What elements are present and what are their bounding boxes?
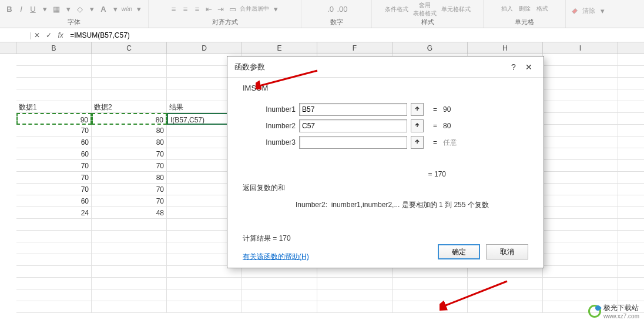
cell[interactable]: 70 bbox=[16, 184, 92, 195]
arg3-label: Inumber3 bbox=[252, 138, 296, 146]
dropdown-icon[interactable]: ▾ bbox=[110, 4, 120, 14]
format-button[interactable]: 格式 bbox=[536, 5, 548, 13]
name-box[interactable] bbox=[0, 28, 29, 42]
arg1-input[interactable] bbox=[299, 103, 407, 116]
cell-styles-button[interactable]: 单元格样式 bbox=[441, 5, 471, 14]
fx-icon[interactable]: fx bbox=[55, 28, 66, 42]
arg2-label: Inumber2 bbox=[252, 122, 296, 130]
help-icon[interactable]: ? bbox=[506, 59, 521, 75]
ribbon-group-editing: 清除 ▾ bbox=[566, 0, 612, 28]
function-arguments-dialog: 函数参数 ? ✕ IMSUM Inumber1 = 90 Inumber2 = … bbox=[227, 56, 544, 268]
col-header[interactable]: J bbox=[618, 42, 644, 54]
dialog-titlebar[interactable]: 函数参数 ? ✕ bbox=[227, 56, 544, 78]
underline-icon[interactable]: U bbox=[28, 4, 38, 14]
bold-icon[interactable]: B bbox=[5, 4, 14, 14]
cancel-button[interactable]: 取消 bbox=[486, 244, 528, 259]
ribbon-group-number: .0 .00 数字 bbox=[301, 0, 372, 28]
cell[interactable]: 70 bbox=[92, 195, 167, 207]
col-header[interactable]: D bbox=[167, 42, 242, 54]
arg3-result: 任意 bbox=[443, 138, 457, 148]
cell[interactable]: 70 bbox=[92, 148, 167, 160]
watermark: 极光下载站 www.xz7.com bbox=[588, 303, 639, 319]
col-header[interactable]: I bbox=[543, 42, 618, 54]
formula-input[interactable] bbox=[66, 28, 639, 42]
watermark-text1: 极光下载站 bbox=[603, 303, 639, 313]
cell[interactable]: 60 bbox=[16, 195, 92, 207]
function-description: 返回复数的和 bbox=[243, 183, 528, 193]
equals-label: = bbox=[433, 138, 437, 146]
close-icon[interactable]: ✕ bbox=[521, 59, 536, 75]
col-header[interactable]: E bbox=[242, 42, 317, 54]
collapse-dialog-icon[interactable] bbox=[411, 119, 424, 132]
dropdown-icon[interactable]: ▾ bbox=[40, 4, 49, 14]
indent-increase-icon[interactable]: ⇥ bbox=[216, 4, 226, 14]
conditional-formatting-button[interactable]: 条件格式 bbox=[385, 5, 408, 14]
fill-color-icon[interactable]: ◇ bbox=[75, 4, 85, 14]
select-all-corner[interactable] bbox=[0, 42, 16, 54]
col-header[interactable]: G bbox=[393, 42, 468, 54]
col-header[interactable]: F bbox=[317, 42, 393, 54]
align-right-icon[interactable]: ≡ bbox=[193, 4, 202, 14]
clear-button[interactable]: 清除 bbox=[582, 6, 595, 15]
calculation-result: 计算结果 = 170 bbox=[243, 234, 528, 244]
function-help-link[interactable]: 有关该函数的帮助(H) bbox=[243, 252, 309, 261]
cell[interactable]: 70 bbox=[16, 125, 92, 136]
delete-button[interactable]: 删除 bbox=[519, 5, 531, 13]
ribbon-label-font: 字体 bbox=[68, 18, 80, 28]
cell[interactable]: 60 bbox=[16, 136, 92, 148]
collapse-dialog-icon[interactable] bbox=[411, 136, 424, 149]
cell[interactable]: 80 bbox=[92, 125, 167, 136]
eraser-icon[interactable] bbox=[571, 6, 580, 15]
increase-decimal-icon[interactable]: .00 bbox=[338, 4, 347, 14]
dropdown-icon[interactable]: ▾ bbox=[63, 4, 73, 14]
cell[interactable]: 48 bbox=[92, 207, 167, 219]
cell[interactable]: 80 bbox=[92, 113, 167, 125]
border-icon[interactable]: ▦ bbox=[52, 4, 61, 14]
collapse-dialog-icon[interactable] bbox=[411, 103, 424, 116]
cell[interactable]: 80 bbox=[92, 172, 167, 184]
merge-icon[interactable]: ▭ bbox=[228, 4, 237, 14]
cell[interactable]: 80 bbox=[92, 136, 167, 148]
cell[interactable]: 90 bbox=[16, 113, 92, 125]
font-color-icon[interactable]: A bbox=[99, 4, 108, 14]
decrease-decimal-icon[interactable]: .0 bbox=[326, 4, 336, 14]
cell-header[interactable]: 数据1 bbox=[16, 101, 92, 113]
align-left-icon[interactable]: ≡ bbox=[169, 4, 179, 14]
watermark-text2: www.xz7.com bbox=[603, 313, 639, 319]
ribbon-label-styles: 样式 bbox=[421, 18, 434, 28]
col-header[interactable]: C bbox=[92, 42, 167, 54]
dialog-title: 函数参数 bbox=[234, 62, 506, 72]
dropdown-icon[interactable]: ▾ bbox=[598, 6, 607, 15]
italic-icon[interactable]: I bbox=[16, 4, 26, 14]
ribbon: B I U ▾ ▦ ▾ ◇ ▾ A ▾ wén ▾ 字体 ≡ ≡ ≡ ⇤ ⇥ ▭… bbox=[0, 0, 644, 28]
merge-cells-button[interactable]: 合并后居中 bbox=[240, 5, 269, 13]
arg3-input[interactable] bbox=[299, 136, 407, 149]
cell[interactable]: 70 bbox=[92, 160, 167, 172]
dropdown-icon[interactable]: ▾ bbox=[87, 4, 96, 14]
arg1-result: 90 bbox=[443, 105, 451, 114]
accept-formula-icon[interactable]: ✓ bbox=[43, 28, 55, 42]
dropdown-icon[interactable]: ▾ bbox=[134, 4, 143, 14]
ribbon-group-styles: 条件格式 套用 表格格式 单元格样式 样式 bbox=[372, 0, 484, 28]
cancel-formula-icon[interactable]: ✕ bbox=[31, 28, 43, 42]
align-center-icon[interactable]: ≡ bbox=[181, 4, 190, 14]
insert-button[interactable]: 插入 bbox=[501, 5, 513, 13]
ribbon-label-alignment: 对齐方式 bbox=[212, 18, 238, 28]
col-header[interactable]: B bbox=[16, 42, 92, 54]
cell[interactable]: 70 bbox=[16, 172, 92, 184]
cell[interactable]: 70 bbox=[92, 184, 167, 195]
indent-decrease-icon[interactable]: ⇤ bbox=[204, 4, 214, 14]
ok-button[interactable]: 确定 bbox=[438, 244, 480, 259]
function-name-label: IMSUM bbox=[243, 84, 528, 92]
formula-result-label: = 170 bbox=[243, 170, 528, 178]
col-header[interactable]: H bbox=[468, 42, 543, 54]
arg2-input[interactable] bbox=[299, 119, 407, 132]
phonetic-icon[interactable]: wén bbox=[122, 4, 132, 14]
cell[interactable]: 70 bbox=[16, 160, 92, 172]
formula-bar: | ✕ ✓ fx bbox=[0, 28, 644, 42]
format-as-table-button[interactable]: 套用 表格格式 bbox=[413, 1, 437, 18]
cell-header[interactable]: 数据2 bbox=[92, 101, 167, 113]
dropdown-icon[interactable]: ▾ bbox=[271, 4, 281, 14]
cell[interactable]: 24 bbox=[16, 207, 92, 219]
cell[interactable]: 60 bbox=[16, 148, 92, 160]
